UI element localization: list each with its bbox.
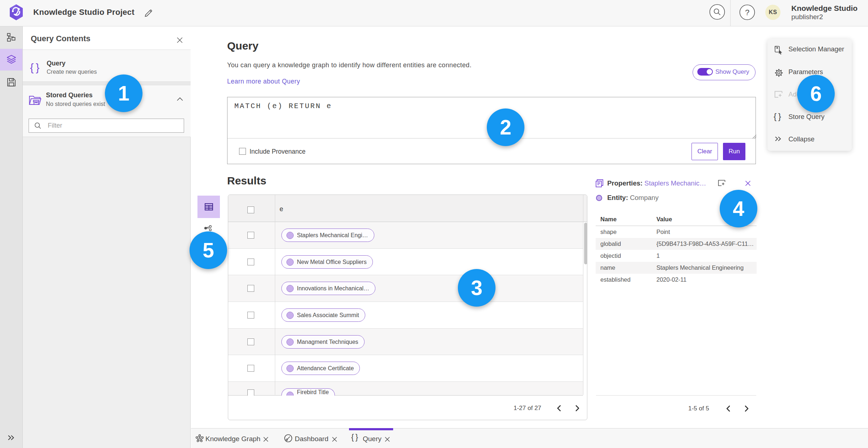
svg-text:?: ? — [745, 8, 749, 17]
